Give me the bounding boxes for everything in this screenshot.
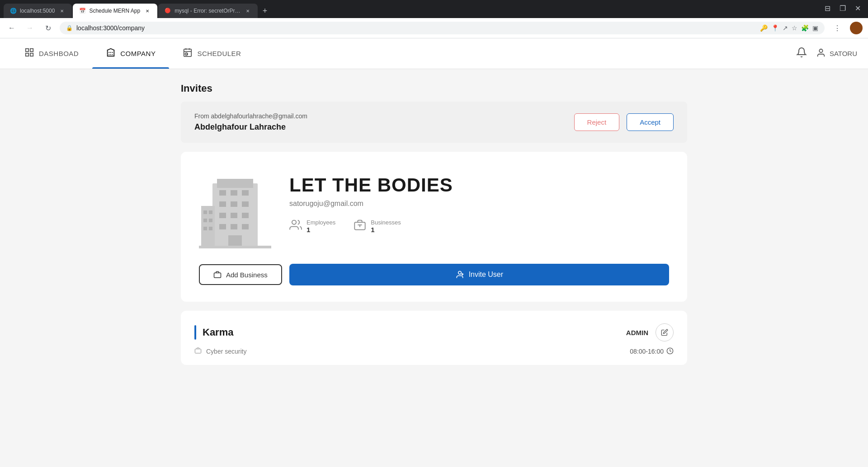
- karma-sub: Cyber security: [194, 347, 246, 356]
- svg-point-6: [819, 49, 822, 52]
- invite-actions: Reject Accept: [574, 113, 674, 131]
- nav-company[interactable]: COMPANY: [92, 38, 169, 69]
- tab-2-close[interactable]: ✕: [144, 7, 151, 14]
- company-actions: Add Business Invite User: [199, 264, 669, 285]
- main-content: Invites From abdelghafourlahrache@gmail.…: [163, 69, 705, 378]
- share-icon: ↗: [783, 24, 788, 32]
- app-nav: DASHBOAD COMPANY SCHEDULER: [0, 38, 868, 69]
- tab-3-favicon: 🔴: [165, 8, 171, 14]
- svg-rect-25: [209, 210, 212, 214]
- close-window-button[interactable]: ✕: [851, 2, 864, 14]
- dashboard-icon: [24, 47, 34, 60]
- maximize-button[interactable]: ❐: [836, 2, 849, 14]
- accept-button[interactable]: Accept: [627, 113, 674, 131]
- svg-rect-17: [242, 213, 249, 218]
- sidebar-icon[interactable]: ▣: [812, 24, 818, 32]
- tab-3-close[interactable]: ✕: [244, 7, 251, 14]
- svg-rect-14: [242, 201, 249, 207]
- tab-1-favicon: 🌐: [10, 8, 16, 14]
- company-stats: Employees 1: [289, 219, 669, 234]
- svg-rect-9: [219, 190, 226, 196]
- invites-title: Invites: [181, 83, 687, 94]
- svg-rect-24: [203, 210, 207, 214]
- invite-info: From abdelghafourlahrache@gmail.com Abde…: [194, 112, 307, 132]
- karma-header: Karma ADMIN: [194, 323, 674, 341]
- forward-button[interactable]: →: [24, 22, 36, 34]
- karma-sub-label: Cyber security: [206, 348, 246, 355]
- karma-time-value: 08:00-16:00: [630, 348, 664, 355]
- svg-rect-4: [184, 49, 192, 57]
- svg-rect-0: [26, 49, 28, 51]
- company-icon: [106, 47, 116, 60]
- more-icon[interactable]: ⋮: [830, 21, 844, 35]
- svg-rect-13: [231, 201, 237, 207]
- user-icon: [816, 48, 826, 59]
- invite-card: From abdelghafourlahrache@gmail.com Abde…: [181, 102, 687, 143]
- user-plus-icon: [455, 270, 464, 279]
- edit-button[interactable]: [656, 323, 674, 341]
- businesses-info: Businesses 1: [371, 219, 401, 234]
- url-text: localhost:3000/company: [76, 24, 756, 32]
- tab-3[interactable]: 🔴 mysql - Error: secretOrPrivateKey... ✕: [158, 4, 258, 18]
- tab-2[interactable]: 📅 Schedule MERN App ✕: [73, 4, 157, 18]
- karma-left-border: [194, 325, 196, 340]
- svg-rect-10: [231, 190, 237, 196]
- tab-1[interactable]: 🌐 localhost:5000 ✕: [4, 4, 72, 18]
- svg-rect-16: [231, 213, 237, 218]
- company-main: LET THE BODIES satorugoju@gmail.com: [199, 170, 669, 251]
- karma-time: 08:00-16:00: [630, 347, 674, 356]
- notification-bell[interactable]: [796, 47, 807, 61]
- svg-rect-23: [201, 206, 215, 247]
- svg-rect-2: [26, 53, 28, 56]
- toolbar-icons: ⋮: [830, 21, 844, 35]
- add-business-button[interactable]: Add Business: [199, 264, 282, 285]
- star-icon[interactable]: ☆: [792, 24, 797, 32]
- nav-scheduler[interactable]: SCHEDULER: [169, 38, 255, 69]
- location-icon: 📍: [771, 24, 779, 32]
- svg-rect-29: [209, 227, 212, 230]
- svg-rect-11: [242, 190, 249, 196]
- invite-user-button[interactable]: Invite User: [289, 264, 669, 285]
- address-bar-icons: 🔑 📍 ↗ ☆ 🧩 ▣: [760, 24, 818, 32]
- profile-avatar[interactable]: [850, 22, 863, 34]
- employees-icon: [289, 219, 302, 234]
- nav-scheduler-label: SCHEDULER: [197, 50, 241, 57]
- svg-rect-27: [209, 219, 212, 222]
- new-tab-button[interactable]: +: [259, 5, 271, 17]
- karma-bottom-row: Cyber security 08:00-16:00: [194, 347, 674, 356]
- tab-3-title: mysql - Error: secretOrPrivateKey...: [175, 8, 241, 14]
- tab-1-close[interactable]: ✕: [58, 7, 66, 14]
- company-building-icon: [199, 170, 271, 251]
- svg-point-30: [292, 220, 296, 224]
- address-bar[interactable]: 🔒 localhost:3000/company 🔑 📍 ↗ ☆ 🧩 ▣: [60, 22, 825, 34]
- tab-2-favicon: 📅: [79, 8, 85, 14]
- svg-rect-34: [214, 273, 221, 278]
- karma-name: Karma: [203, 327, 233, 338]
- refresh-button[interactable]: ↻: [42, 22, 54, 34]
- nav-dashboard-label: DASHBOAD: [39, 50, 79, 57]
- businesses-count: 1: [371, 226, 401, 234]
- svg-rect-18: [219, 224, 226, 229]
- svg-rect-38: [195, 349, 201, 353]
- username-label: SATORU: [830, 50, 857, 57]
- user-section[interactable]: SATORU: [816, 48, 857, 59]
- minimize-button[interactable]: ⊟: [821, 2, 834, 14]
- extension-icon[interactable]: 🧩: [801, 24, 809, 32]
- svg-rect-28: [203, 227, 207, 230]
- svg-rect-3: [30, 53, 33, 56]
- svg-rect-12: [219, 201, 226, 207]
- nav-right: SATORU: [796, 47, 857, 61]
- tab-1-title: localhost:5000: [20, 8, 55, 14]
- scheduler-icon: [183, 47, 193, 60]
- businesses-label: Businesses: [371, 219, 401, 226]
- briefcase-icon: [213, 271, 222, 279]
- svg-rect-1: [30, 49, 33, 51]
- reject-button[interactable]: Reject: [574, 113, 620, 131]
- lock-icon: 🔒: [66, 25, 73, 31]
- back-button[interactable]: ←: [5, 22, 18, 34]
- karma-title-row: Karma: [194, 325, 233, 340]
- employees-stat: Employees 1: [289, 219, 335, 234]
- karma-card: Karma ADMIN Cy: [181, 311, 687, 365]
- company-details: LET THE BODIES satorugoju@gmail.com: [289, 170, 669, 234]
- nav-dashboard[interactable]: DASHBOAD: [11, 38, 92, 69]
